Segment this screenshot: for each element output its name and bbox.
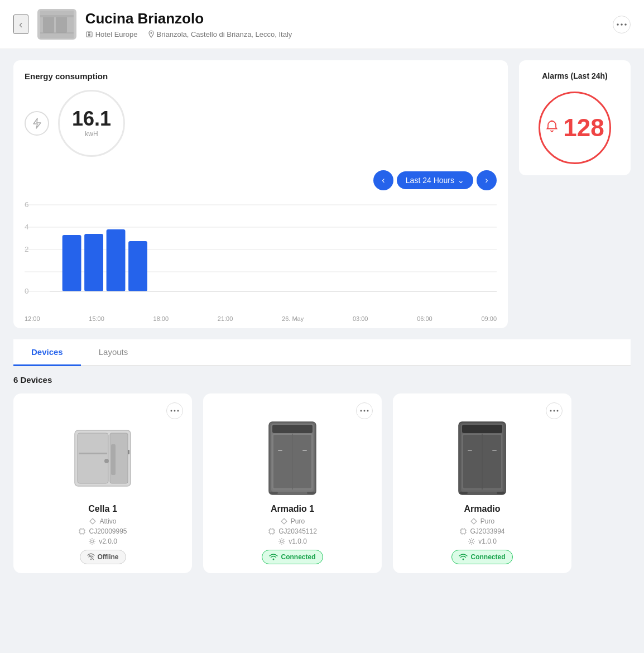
svg-point-29 [171, 410, 172, 412]
svg-point-51 [361, 410, 362, 412]
svg-point-10 [150, 32, 152, 34]
diamond-icon-1 [280, 517, 288, 525]
time-range-button[interactable]: Last 24 Hours ⌄ [397, 171, 473, 189]
svg-rect-64 [270, 529, 274, 534]
chip-icon-1 [268, 527, 276, 535]
device-name-1: Armadio 1 [212, 504, 373, 514]
walk-in-cooler-svg [66, 422, 139, 494]
energy-unit: kwH [85, 130, 98, 138]
devices-count: 6 Devices [13, 375, 631, 385]
upright-fridge-svg-2 [454, 419, 510, 497]
svg-rect-33 [78, 433, 108, 483]
alarms-count: 128 [563, 114, 604, 142]
wifi-icon-1 [269, 554, 278, 560]
svg-point-48 [91, 540, 94, 543]
tab-devices[interactable]: Devices [13, 339, 81, 366]
wifi-icon-2 [459, 554, 468, 560]
main-content: Energy consumption 16.1 kwH ‹ Last 24 Ho… [0, 49, 644, 339]
devices-section: 6 Devices [0, 366, 644, 582]
more-dots-icon [617, 23, 627, 26]
svg-rect-39 [80, 529, 84, 534]
time-range-label: Last 24 Hours [406, 176, 454, 185]
diamond-icon-2 [470, 517, 478, 525]
svg-rect-85 [492, 450, 497, 451]
svg-rect-62 [270, 492, 278, 494]
tab-layouts[interactable]: Layouts [81, 339, 146, 366]
energy-card: Energy consumption 16.1 kwH ‹ Last 24 Ho… [13, 60, 508, 328]
x-label-2: 18:00 [153, 315, 169, 322]
svg-rect-37 [111, 444, 116, 475]
svg-rect-6 [88, 34, 89, 36]
wifi-off-icon-0 [87, 553, 95, 561]
svg-rect-63 [307, 492, 315, 494]
x-label-1: 15:00 [89, 315, 104, 322]
building-icon [85, 30, 93, 38]
device-more-button-2[interactable] [546, 402, 563, 419]
more-dots-icon-2 [550, 410, 559, 412]
device-status-badge-0: Offline [80, 550, 126, 564]
upright-fridge-svg-1 [265, 419, 320, 497]
device-card-header-1 [212, 402, 373, 419]
tabs-bar: Devices Layouts [13, 339, 631, 366]
svg-point-75 [550, 410, 552, 412]
device-type-1: Puro [291, 517, 305, 525]
lightning-icon [32, 117, 42, 129]
device-more-button-0[interactable] [166, 402, 183, 419]
device-status-label-2: Connected [470, 553, 505, 561]
time-next-button[interactable]: › [477, 170, 497, 190]
svg-point-30 [174, 410, 176, 412]
svg-point-97 [470, 540, 473, 543]
svg-rect-84 [468, 450, 472, 451]
device-version-0: v2.0.0 [99, 537, 117, 545]
svg-rect-87 [497, 492, 504, 494]
device-card-2: Armadio Puro [393, 393, 571, 573]
energy-value-row: 16.1 kwH [25, 90, 497, 157]
device-status-label-1: Connected [281, 553, 315, 561]
device-name-0: Cella 1 [22, 504, 183, 514]
svg-rect-88 [461, 529, 465, 534]
x-label-5: 03:00 [353, 315, 368, 322]
time-prev-button[interactable]: ‹ [373, 170, 393, 190]
device-image-1 [253, 419, 331, 497]
bar-chart-svg: 6 4 2 0 [25, 199, 497, 311]
svg-point-31 [177, 410, 179, 412]
back-button[interactable]: ‹ [13, 15, 28, 34]
bell-icon [545, 119, 559, 133]
chip-icon-0 [78, 527, 86, 535]
svg-point-74 [273, 559, 275, 560]
device-serial-row-0: CJ20009995 [78, 527, 127, 535]
svg-rect-35 [79, 453, 107, 454]
energy-reading-circle: 16.1 kwH [58, 90, 125, 157]
alarms-title: Alarms (Last 24h) [530, 71, 619, 80]
device-card-header-2 [402, 402, 563, 419]
devices-grid: Cella 1 Attivo [13, 393, 631, 573]
energy-value: 16.1 [72, 109, 111, 129]
device-meta-0: Attivo CJ20009995 [22, 517, 183, 545]
device-footer-0: Offline [22, 550, 183, 564]
header-more-button[interactable] [613, 16, 631, 33]
device-footer-1: Connected [212, 550, 373, 564]
svg-point-52 [364, 410, 366, 412]
x-label-0: 12:00 [25, 315, 40, 322]
svg-rect-2 [56, 16, 67, 33]
svg-point-98 [463, 559, 464, 560]
device-image-2 [443, 419, 521, 497]
svg-rect-9 [89, 32, 90, 33]
device-type-row-2: Puro [470, 517, 494, 525]
device-type-2: Puro [480, 517, 494, 525]
device-serial-0: CJ20009995 [89, 527, 127, 535]
chip-icon-2 [459, 527, 467, 535]
svg-point-13 [624, 23, 627, 26]
device-more-button-1[interactable] [356, 402, 373, 419]
alarms-card: Alarms (Last 24h) 128 [519, 60, 631, 175]
lightning-icon-circle [25, 111, 49, 136]
svg-rect-60 [278, 450, 282, 451]
svg-rect-24 [84, 234, 103, 291]
svg-point-49 [90, 559, 92, 560]
x-label-7: 09:00 [481, 315, 497, 322]
svg-rect-80 [462, 425, 502, 433]
alarm-bell-icon [545, 119, 559, 136]
diamond-icon-0 [89, 517, 97, 525]
device-name-2: Armadio [402, 504, 563, 514]
svg-rect-38 [128, 450, 129, 454]
